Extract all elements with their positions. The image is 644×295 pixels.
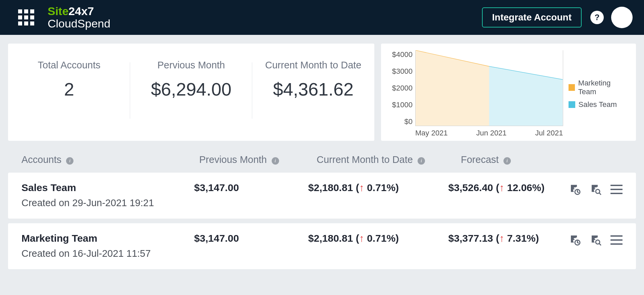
metric-previous-month: Pervious Month $6,294.00 [130,60,252,121]
legend-item: Marketing Team [569,79,629,96]
legend-label: Sales Team [579,100,617,109]
legend-label: Marketing Team [578,79,629,96]
help-icon[interactable]: ? [590,11,604,24]
info-icon[interactable]: i [418,157,425,165]
metric-label: Current Month to Date [259,60,368,71]
col-header-label: Current Month to Date [317,154,413,165]
scheduled-report-icon[interactable] [569,234,581,246]
avatar[interactable] [611,7,633,28]
metric-value: $6,294.00 [137,79,246,100]
cell-forecast: $3,526.40 (↑ 12.06%) [448,182,569,193]
arrow-up-icon: ↑ [499,182,504,193]
chart-y-axis: $4000$3000$2000$1000$0 [388,50,415,126]
cell-forecast: $3,377.13 (↑ 7.31%) [448,233,569,244]
metric-label: Pervious Month [137,60,246,71]
col-header-label: Forecast [461,154,499,165]
metric-total-accounts: Total Accounts 2 [8,60,130,121]
legend-swatch [569,84,575,91]
row-actions [569,233,623,246]
view-report-icon[interactable] [590,183,602,195]
logo-text-site: Site [48,5,68,17]
chart-legend: Marketing Team Sales Team [569,50,629,137]
app-header: Site24x7 CloudSpend Integrate Account ? [0,0,644,35]
col-header-accounts: Accounts i [21,154,199,165]
logo-text-24x7: 24x7 [68,5,94,17]
apps-launcher-icon[interactable] [18,9,34,25]
table-row: Marketing Team Created on 16-Jul-2021 11… [8,223,636,269]
legend-item: Sales Team [569,100,629,109]
logo: Site24x7 CloudSpend [48,5,110,30]
col-header-forecast: Forecast i [461,154,585,165]
info-icon[interactable]: i [272,157,279,165]
table-row: Sales Team Created on 29-Jun-2021 19:21 … [8,173,636,219]
cell-current-month: $2,180.81 (↑ 0.71%) [308,233,448,244]
cell-account: Sales Team Created on 29-Jun-2021 19:21 [21,182,194,209]
account-name[interactable]: Sales Team [21,182,194,193]
spend-chart: $4000$3000$2000$1000$0 May 2021Jun 2021J… [388,50,563,137]
col-header-label: Previous Month [199,154,267,165]
col-header-label: Accounts [21,154,61,165]
arrow-up-icon: ↑ [359,233,364,244]
spend-chart-card: $4000$3000$2000$1000$0 May 2021Jun 2021J… [381,44,636,141]
col-header-previous: Previous Month i [199,154,317,165]
account-created: Created on 16-Jul-2021 11:57 [21,248,194,259]
cell-previous-month: $3,147.00 [194,182,308,193]
integrate-account-button[interactable]: Integrate Account [482,7,582,27]
metric-value: 2 [15,79,123,100]
scheduled-report-icon[interactable] [569,183,581,195]
account-created: Created on 29-Jun-2021 19:21 [21,197,194,209]
cell-account: Marketing Team Created on 16-Jul-2021 11… [21,233,194,259]
metric-current-month: Current Month to Date $4,361.62 [252,60,374,121]
chart-x-axis: May 2021Jun 2021Jul 2021 [415,129,563,137]
cell-previous-month: $3,147.00 [194,233,308,244]
metric-value: $4,361.62 [259,79,368,100]
arrow-up-icon: ↑ [499,233,504,244]
accounts-table-header: Accounts i Previous Month i Current Mont… [8,141,636,173]
account-name[interactable]: Marketing Team [21,233,194,244]
more-menu-icon[interactable] [610,235,623,245]
cell-current-month: $2,180.81 (↑ 0.71%) [308,182,448,193]
metric-label: Total Accounts [15,60,123,71]
row-actions [569,182,623,195]
view-report-icon[interactable] [590,234,602,246]
more-menu-icon[interactable] [610,185,623,194]
col-header-current: Current Month to Date i [317,154,461,165]
arrow-up-icon: ↑ [359,182,364,193]
info-icon[interactable]: i [66,157,73,165]
info-icon[interactable]: i [503,157,511,165]
logo-subtitle: CloudSpend [48,17,110,30]
legend-swatch [569,101,575,108]
chart-plot [415,50,563,126]
summary-card: Total Accounts 2 Pervious Month $6,294.0… [8,44,374,141]
